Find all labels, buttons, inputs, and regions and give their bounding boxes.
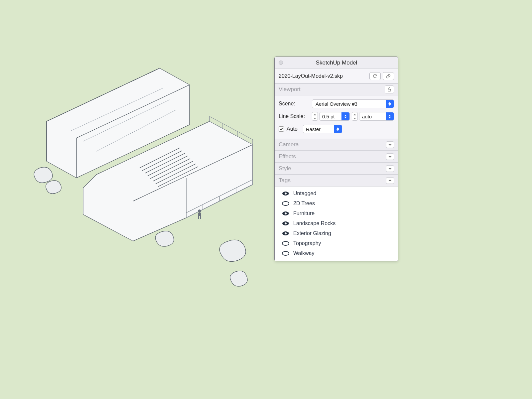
scene-select[interactable]: Aerial Overview #3 [312,99,394,108]
window-dot[interactable] [279,61,283,65]
eye-off-icon[interactable] [281,201,290,206]
section-label: Style [279,165,386,172]
eye-off-icon[interactable] [281,241,290,246]
linescale-label: Line Scale: [279,113,312,119]
linescale-right-value: auto [359,114,386,119]
svg-point-6 [285,212,287,214]
select-arrows-icon [334,125,342,133]
chevron-down-icon[interactable] [386,165,394,172]
auto-label: Auto [287,126,298,132]
linescale-value: 0.5 pt [320,114,341,119]
section-label: Viewport [279,86,385,93]
svg-point-0 [198,209,201,213]
model-viewport[interactable] [23,55,266,308]
panel-header: SketchUp Model [275,57,398,69]
eye-icon[interactable] [281,221,290,226]
svg-point-4 [282,201,289,205]
tag-row[interactable]: Walkway [275,248,398,258]
tag-row[interactable]: Topography [275,238,398,248]
tag-label: Untagged [293,191,316,197]
refresh-button[interactable] [369,72,381,80]
section-header-viewport[interactable]: Viewport [275,83,398,95]
section-header-tags[interactable]: Tags [275,175,398,187]
lock-button[interactable] [385,85,394,93]
linescale-stepper[interactable] [312,112,318,121]
render-mode-select[interactable]: Raster [303,125,342,133]
tags-list: Untagged2D TreesFurnitureLandscape Rocks… [275,187,398,261]
svg-point-8 [285,222,287,224]
svg-rect-1 [388,89,391,91]
section-header-effects[interactable]: Effects [275,151,398,163]
linescale-right-select[interactable]: auto [359,112,394,121]
section-label: Effects [279,153,386,160]
linescale-select[interactable]: 0.5 pt [319,112,350,121]
scene-value: Aerial Overview #3 [312,101,386,107]
linescale-right-stepper[interactable] [352,112,358,121]
tag-row[interactable]: Exterior Glazing [275,228,398,238]
eye-icon[interactable] [281,191,290,196]
section-header-style[interactable]: Style [275,163,398,175]
tag-label: Walkway [293,250,314,256]
tag-row[interactable]: Furniture [275,208,398,218]
eye-icon[interactable] [281,231,290,236]
chevron-up-icon[interactable] [386,177,394,184]
tag-row[interactable]: Landscape Rocks [275,218,398,228]
svg-point-11 [282,241,289,245]
select-arrows-icon [341,112,349,120]
tag-label: Landscape Rocks [293,220,335,226]
chevron-down-icon[interactable] [386,141,394,148]
auto-checkbox[interactable] [279,126,284,132]
svg-point-10 [285,232,287,234]
tag-row[interactable]: 2D Trees [275,199,398,208]
tag-label: 2D Trees [293,200,315,206]
panel-title: SketchUp Model [285,60,394,66]
sketchup-model-panel: SketchUp Model 2020-LayOut-Model-v2.skp … [274,57,398,261]
tag-row[interactable]: Untagged [275,189,398,199]
section-header-camera[interactable]: Camera [275,139,398,151]
tag-label: Topography [293,240,321,246]
viewport-body: Scene: Aerial Overview #3 Line Scale: 0.… [275,95,398,139]
tag-label: Exterior Glazing [293,230,331,236]
section-label: Camera [279,141,386,148]
svg-point-3 [285,193,287,195]
render-mode-value: Raster [303,126,334,132]
select-arrows-icon [386,112,394,120]
scene-label: Scene: [279,101,312,107]
eye-icon[interactable] [281,211,290,216]
eye-off-icon[interactable] [281,251,290,256]
tag-label: Furniture [293,210,315,216]
file-row: 2020-LayOut-Model-v2.skp [275,69,398,83]
section-label: Tags [279,177,386,184]
chevron-down-icon[interactable] [386,153,394,160]
svg-point-12 [282,251,289,255]
select-arrows-icon [386,100,394,108]
link-button[interactable] [383,72,394,80]
filename-label: 2020-LayOut-Model-v2.skp [279,73,367,79]
